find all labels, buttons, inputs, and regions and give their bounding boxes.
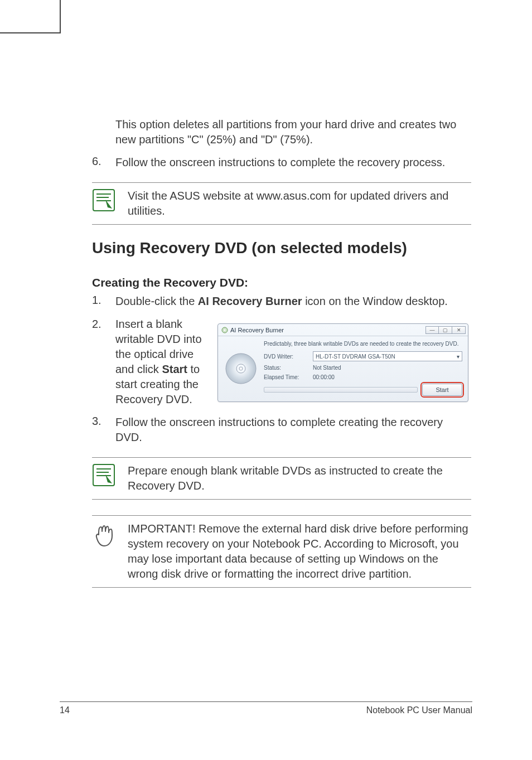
rb-status-value: Not Started	[313, 365, 462, 371]
rb-fields: Predictably, three blank writable DVDs a…	[264, 341, 462, 396]
rb-elapsed-row: Elapsed Time: 00:00:00	[264, 374, 462, 380]
rb-status-label: Status:	[264, 365, 313, 371]
rb-window: AI Recovery Burner — ▢ ✕	[217, 323, 468, 402]
rb-disc-icon	[224, 341, 258, 396]
step-3-text: Follow the onscreen instructions to comp…	[115, 415, 471, 445]
step-6-text: Follow the onscreen instructions to comp…	[115, 155, 471, 170]
note-visit-text: Visit the ASUS website at www.asus.com f…	[128, 188, 471, 219]
rb-elapsed-label: Elapsed Time:	[264, 374, 313, 380]
note-prepare-dvds: Prepare enough blank writable DVDs as in…	[92, 457, 471, 500]
svg-point-5	[239, 367, 243, 370]
rb-titlebar: AI Recovery Burner — ▢ ✕	[218, 324, 468, 336]
rb-writer-select[interactable]: HL-DT-ST DVDRAM GSA-T50N ▾	[313, 351, 462, 361]
recovery-burner-screenshot: AI Recovery Burner — ▢ ✕	[217, 317, 471, 402]
step-1-number: 1.	[92, 294, 115, 309]
step-6: 6. Follow the onscreen instructions to c…	[92, 155, 471, 170]
step-2-left: 2. Insert a blank writable DVD into the …	[92, 317, 206, 407]
rb-writer-label: DVD Writer:	[264, 354, 313, 360]
step-6-number: 6.	[92, 155, 115, 170]
step-2-row: 2. Insert a blank writable DVD into the …	[92, 317, 471, 407]
rb-maximize-button[interactable]: ▢	[439, 326, 452, 334]
note-visit-asus: Visit the ASUS website at www.asus.com f…	[92, 182, 471, 225]
partitions-paragraph: This option deletes all partitions from …	[115, 117, 471, 147]
step-3-number: 3.	[92, 415, 115, 445]
section-title: Using Recovery DVD (on selected models)	[92, 239, 471, 257]
partitions-paragraph-block: This option deletes all partitions from …	[92, 117, 471, 147]
note-icon	[92, 463, 128, 487]
rb-close-button[interactable]: ✕	[452, 326, 466, 334]
content-area: This option deletes all partitions from …	[92, 117, 471, 602]
rb-bottom-row: Start	[264, 384, 462, 396]
rb-window-buttons: — ▢ ✕	[425, 326, 466, 334]
rb-prediction-text: Predictably, three blank writable DVDs a…	[264, 341, 462, 347]
rb-app-icon	[221, 327, 228, 333]
page-footer: 14 Notebook PC User Manual	[60, 701, 472, 715]
step-3: 3. Follow the onscreen instructions to c…	[92, 415, 471, 445]
rb-status-row: Status: Not Started	[264, 365, 462, 371]
rb-dropdown-icon: ▾	[457, 354, 460, 360]
corner-rule-horizontal	[0, 32, 60, 33]
step-2-bold: Start	[162, 363, 187, 375]
step-2-text: Insert a blank writable DVD into the opt…	[115, 317, 206, 407]
footer-title: Notebook PC User Manual	[366, 705, 472, 715]
note-important: IMPORTANT! Remove the external hard disk…	[92, 515, 471, 588]
step-1-pre: Double-click the	[115, 295, 198, 307]
note-icon	[92, 188, 128, 212]
rb-writer-value: HL-DT-ST DVDRAM GSA-T50N	[316, 354, 395, 360]
svg-point-2	[224, 329, 226, 331]
rb-writer-row: DVD Writer: HL-DT-ST DVDRAM GSA-T50N ▾	[264, 351, 462, 361]
step-2-number: 2.	[92, 317, 115, 407]
step-1: 1. Double-click the AI Recovery Burner i…	[92, 294, 471, 309]
rb-title-text: AI Recovery Burner	[230, 327, 284, 333]
rb-start-button[interactable]: Start	[422, 384, 462, 396]
rb-elapsed-value: 00:00:00	[313, 374, 462, 380]
step-1-post: icon on the Window desktop.	[302, 295, 448, 307]
rb-minimize-button[interactable]: —	[425, 326, 439, 334]
page: This option deletes all partitions from …	[0, 0, 532, 760]
page-number: 14	[60, 705, 70, 715]
note-prepare-text: Prepare enough blank writable DVDs as in…	[128, 463, 471, 493]
hand-icon	[92, 521, 128, 548]
note-important-text: IMPORTANT! Remove the external hard disk…	[128, 521, 471, 582]
rb-title-left: AI Recovery Burner	[221, 327, 284, 333]
subsection-title: Creating the Recovery DVD:	[92, 276, 471, 289]
corner-rule-vertical	[60, 0, 61, 33]
step-1-bold: AI Recovery Burner	[198, 295, 302, 307]
rb-body: Predictably, three blank writable DVDs a…	[218, 336, 468, 401]
rb-progress-bar	[264, 387, 418, 393]
step-1-text: Double-click the AI Recovery Burner icon…	[115, 294, 471, 309]
